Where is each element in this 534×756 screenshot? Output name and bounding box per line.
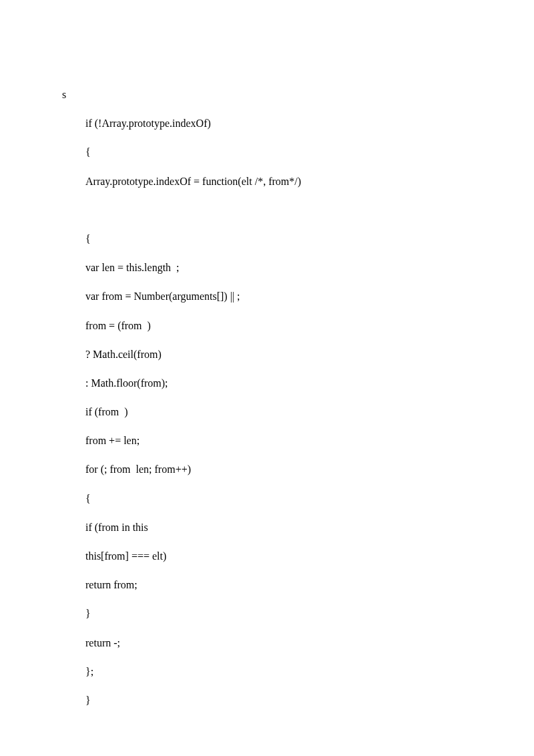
code-line: if (!Array.prototype.indexOf) [63,109,471,138]
code-line: } [63,599,471,628]
blank-line [63,196,471,224]
code-line: for (; from len; from++) [63,455,471,484]
code-line: return -; [63,628,471,657]
code-line: { [63,484,471,513]
code-line: s [62,80,471,109]
code-line: return from; [63,570,471,599]
code-line: if (from ) [63,397,471,426]
code-line: from += len; [63,426,471,455]
code-line: { [63,224,471,253]
code-line: ? Math.ceil(from) [63,340,471,369]
code-line: }; [63,657,471,686]
code-line: { [63,138,471,166]
code-line: this[from] === elt) [63,542,471,570]
code-line: } [63,686,471,715]
code-line: var from = Number(arguments[]) || ; [63,282,471,311]
code-line: if (from in this [63,513,471,542]
code-line: var len = this.length ; [63,253,471,282]
code-document: s if (!Array.prototype.indexOf) { Array.… [63,80,471,715]
code-line: Array.prototype.indexOf = function(elt /… [63,167,471,196]
code-line: from = (from ) [63,311,471,340]
code-line: : Math.floor(from); [63,369,471,397]
